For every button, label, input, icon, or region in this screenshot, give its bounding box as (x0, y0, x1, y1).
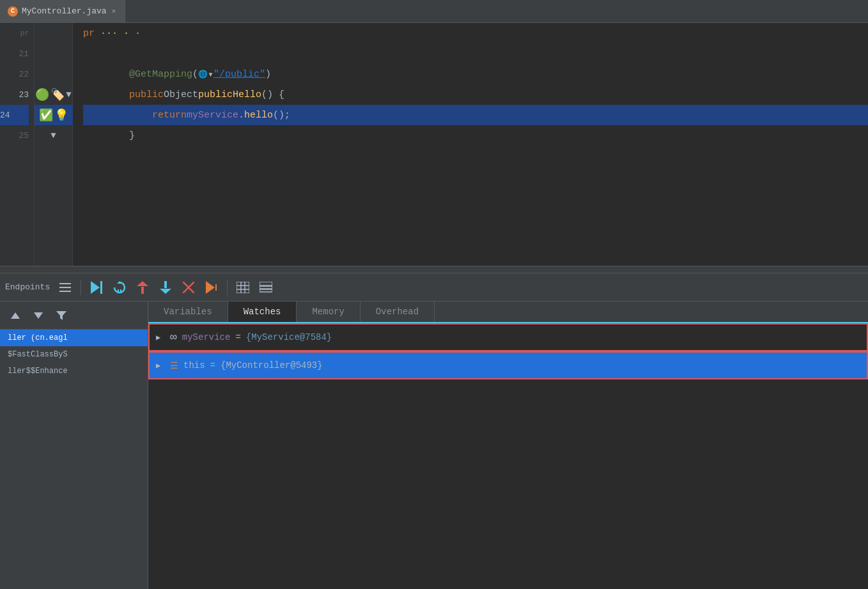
svg-rect-2 (59, 291, 71, 292)
tab-bar: C MyController.java × (0, 0, 868, 23)
expand-arrow-2[interactable]: ▶ (156, 361, 165, 371)
icon-row-22 (35, 64, 73, 84)
svg-rect-22 (260, 286, 272, 289)
icon-row-24: ✅ 💡 (35, 105, 73, 125)
watch-eq-2: = (210, 360, 215, 371)
svg-rect-16 (236, 282, 249, 293)
resume-btn[interactable] (86, 277, 107, 298)
svg-marker-11 (160, 289, 171, 294)
svg-marker-26 (56, 311, 66, 320)
svg-marker-14 (206, 281, 215, 294)
breakpoint-icon[interactable]: 🟢 (35, 88, 49, 102)
svg-marker-8 (137, 281, 148, 286)
frame-up-btn[interactable] (5, 305, 26, 326)
tab-memory[interactable]: Memory (297, 302, 360, 322)
toolbar-sep-1 (81, 280, 81, 295)
debug-toolbar: Endpoints (0, 273, 868, 302)
annotation-text: @GetMapping (129, 69, 192, 80)
svg-marker-3 (91, 281, 100, 294)
line-num-22: 22 (19, 64, 29, 84)
separator (0, 266, 868, 273)
check-breakpoint-icon[interactable]: ✅ (39, 108, 53, 122)
svg-rect-6 (118, 289, 119, 293)
watch-row-this[interactable]: ▶ ☰ this = {MyController@5493} (148, 351, 868, 379)
run-to-cursor-btn[interactable] (201, 277, 222, 298)
svg-rect-21 (260, 282, 272, 286)
editor-area: pr 21 22 23 24 25 🟢 🏷️ ▼ ✅ 💡 ▼ pr (0, 23, 868, 266)
code-line-22: @GetMapping ( 🌐 ▾ "/public" ) (83, 64, 868, 84)
watch-var-1: myService (182, 332, 231, 342)
watch-eq-1: = (235, 332, 240, 342)
bulb-icon[interactable]: 💡 (54, 108, 68, 122)
collapse-icon[interactable]: ▼ (66, 89, 71, 100)
table-btn[interactable] (233, 277, 253, 298)
line-num-23: 23 (19, 84, 29, 105)
line-num-25: 25 (19, 125, 29, 146)
svg-rect-0 (59, 283, 71, 284)
watch-val-2: {MyController@5493} (221, 360, 323, 371)
gutter-icons: 🟢 🏷️ ▼ ✅ 💡 ▼ (35, 23, 73, 266)
globe-icon: 🌐 (198, 70, 208, 79)
code-line-23: public Object publicHello () { (83, 84, 868, 105)
watches-panel: ▶ ∞ myService = {MyService@7584} ▶ ☰ thi… (148, 323, 868, 589)
filter-btn[interactable] (51, 305, 72, 326)
list-btn[interactable] (256, 277, 276, 298)
step-out-btn[interactable] (132, 277, 153, 298)
code-line-24: return myService . hello (); (83, 105, 868, 125)
frame-item-2[interactable]: ller$$Enhance (0, 363, 148, 379)
code-line-partial: pr ··· · · (83, 23, 868, 43)
frame-item-1[interactable]: $FastClassByS (0, 346, 148, 363)
stop-btn[interactable] (178, 277, 199, 298)
svg-rect-1 (59, 287, 71, 288)
svg-marker-25 (34, 312, 43, 319)
watch-row-myservice[interactable]: ▶ ∞ myService = {MyService@7584} (148, 323, 868, 351)
tab-label: MyController.java (22, 6, 107, 16)
panel-tabs: Variables Watches Memory Overhead (148, 302, 868, 323)
code-line-25: } (83, 125, 868, 146)
toolbar-sep-2 (227, 280, 228, 295)
file-type-icon: C (8, 6, 18, 17)
url-link[interactable]: "/public" (213, 69, 265, 80)
icon-row-21 (35, 43, 73, 64)
toolbar-menu-btn[interactable] (55, 277, 75, 298)
endpoints-label: Endpoints (5, 282, 50, 292)
svg-marker-24 (11, 312, 20, 319)
svg-rect-7 (120, 289, 121, 293)
line-num-24: 24 (0, 105, 29, 125)
debug-main-panel: Variables Watches Memory Overhead ▶ ∞ my… (148, 302, 868, 589)
svg-rect-23 (260, 289, 272, 292)
expand-arrow-1[interactable]: ▶ (156, 333, 165, 342)
file-tab[interactable]: C MyController.java × (0, 0, 125, 23)
minus-fold-icon[interactable]: ▼ (50, 130, 56, 141)
code-content: pr ··· · · @GetMapping ( 🌐 ▾ "/public" )… (73, 23, 868, 266)
infinity-icon-1: ∞ (170, 331, 177, 344)
tab-watches[interactable]: Watches (228, 302, 297, 322)
debug-left-toolbar (0, 302, 148, 330)
svg-rect-9 (141, 287, 144, 294)
line-num-partial: pr (20, 23, 29, 43)
frame-item-0[interactable]: ller (cn.eagl (0, 330, 148, 346)
debug-left-panel: ller (cn.eagl $FastClassByS ller$$Enhanc… (0, 302, 148, 589)
code-line-21 (83, 43, 868, 64)
tag-icon: 🏷️ (50, 88, 65, 102)
menu-icon (59, 283, 71, 292)
frames-list: ller (cn.eagl $FastClassByS ller$$Enhanc… (0, 330, 148, 589)
step-into-btn[interactable] (155, 277, 176, 298)
svg-rect-4 (100, 281, 102, 294)
icon-row-partial (35, 23, 73, 43)
tab-variables[interactable]: Variables (148, 302, 228, 322)
list-icon-2: ☰ (170, 360, 178, 371)
line-num-21: 21 (19, 43, 29, 64)
line-numbers-gutter: pr 21 22 23 24 25 (0, 23, 35, 266)
watch-val-1: {MyService@7584} (246, 332, 332, 342)
debug-panel: ller (cn.eagl $FastClassByS ller$$Enhanc… (0, 302, 868, 589)
icon-row-25: ▼ (35, 125, 73, 146)
svg-rect-10 (164, 281, 167, 288)
tab-overhead[interactable]: Overhead (360, 302, 435, 322)
step-over-btn[interactable] (109, 277, 130, 298)
watch-var-2: this (183, 360, 205, 371)
icon-row-23: 🟢 🏷️ ▼ (35, 84, 73, 105)
frame-down-btn[interactable] (28, 305, 49, 326)
close-tab-button[interactable]: × (111, 6, 118, 17)
